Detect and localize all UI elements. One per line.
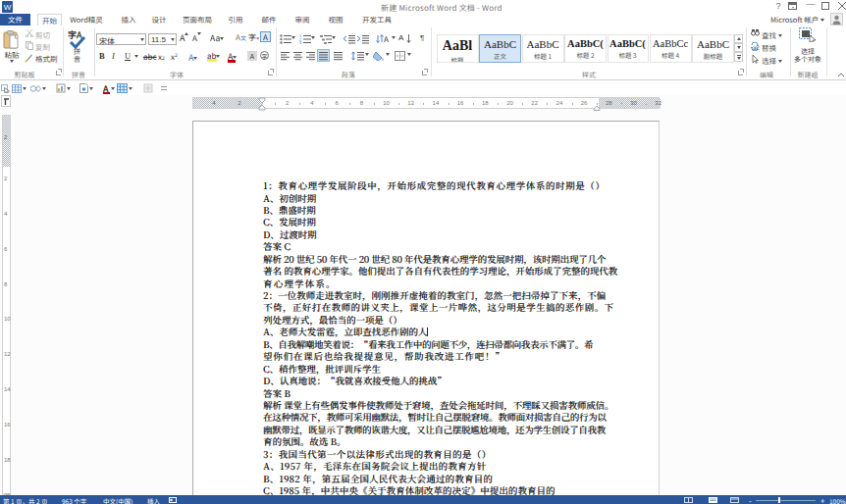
svg-text:3: 3: [299, 40, 302, 44]
svg-text:ac: ac: [753, 43, 759, 51]
svg-text:W: W: [4, 3, 12, 12]
